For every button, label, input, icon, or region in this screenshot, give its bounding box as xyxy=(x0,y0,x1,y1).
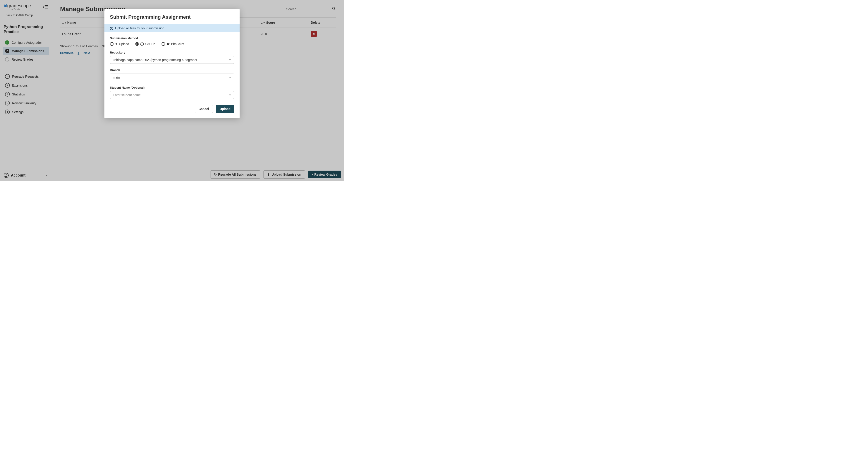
cancel-button[interactable]: Cancel xyxy=(195,105,213,113)
radio-github[interactable]: GitHub xyxy=(135,42,155,46)
branch-value: main xyxy=(113,76,120,79)
branch-label: Branch xyxy=(110,68,234,72)
radio-icon xyxy=(135,42,139,46)
info-icon: i xyxy=(110,27,113,30)
modal-footer: Cancel Upload xyxy=(110,104,234,113)
submission-method-radios: ⬆ Upload GitHub Bitbucket xyxy=(110,42,234,46)
upload-button[interactable]: Upload xyxy=(216,105,234,113)
student-name-select[interactable]: Enter student name ▼ xyxy=(110,91,234,99)
chevron-down-icon: ▼ xyxy=(229,94,231,96)
repository-value: uchicago-capp-camp-2023/python-programmi… xyxy=(113,58,197,62)
modal-body: Submission Method ⬆ Upload GitHub xyxy=(104,32,240,118)
repository-select[interactable]: uchicago-capp-camp-2023/python-programmi… xyxy=(110,56,234,64)
modal-overlay[interactable]: Submit Programming Assignment i Upload a… xyxy=(0,0,344,181)
branch-select[interactable]: main ▼ xyxy=(110,74,234,81)
bitbucket-icon xyxy=(166,42,170,46)
chevron-down-icon: ▼ xyxy=(229,76,231,79)
radio-icon xyxy=(161,42,165,46)
upload-icon: ⬆ xyxy=(115,42,118,46)
chevron-down-icon: ▼ xyxy=(229,59,231,61)
modal-info-banner: i Upload all files for your submission xyxy=(104,24,240,32)
github-icon xyxy=(141,42,144,46)
student-name-label: Student Name (Optional) xyxy=(110,86,234,89)
modal-info-text: Upload all files for your submission xyxy=(115,26,164,30)
radio-icon xyxy=(110,42,114,46)
submission-method-label: Submission Method xyxy=(110,36,234,40)
submit-modal: Submit Programming Assignment i Upload a… xyxy=(104,9,240,118)
radio-upload[interactable]: ⬆ Upload xyxy=(110,42,129,46)
repository-label: Repository xyxy=(110,51,234,54)
radio-bitbucket[interactable]: Bitbucket xyxy=(161,42,184,46)
modal-title: Submit Programming Assignment xyxy=(104,9,240,24)
student-name-placeholder: Enter student name xyxy=(113,93,141,97)
